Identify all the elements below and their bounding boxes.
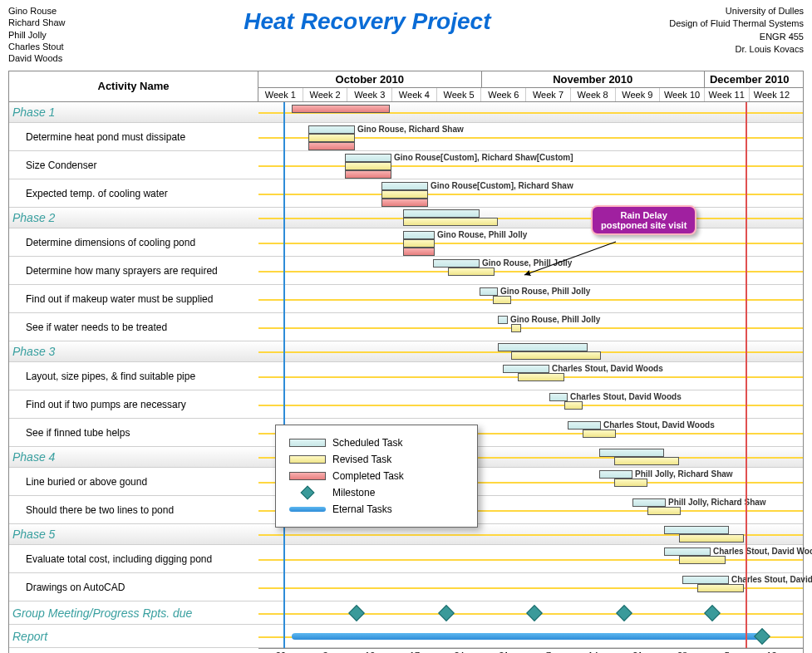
date-footer: 31 <box>481 649 526 653</box>
gantt-bar: Charles Stout, David Woods <box>664 547 711 556</box>
author: Gino Rouse <box>8 5 65 17</box>
date-footer: 24 <box>437 649 482 653</box>
week-header: Week 1 <box>258 88 303 101</box>
task-row: Drawings on AutoCADCharles Stout, David … <box>9 573 803 601</box>
activity-column-header: Activity Name <box>9 71 258 101</box>
author: Phill Jolly <box>8 29 65 41</box>
bar-label: Phill Jolly, Richard Shaw <box>668 498 766 507</box>
bar-label: Charles Stout, David Woods <box>552 364 663 373</box>
course-code: ENGR 455 <box>669 31 804 43</box>
legend-label: Completed Task <box>332 470 404 482</box>
row-label: Find out if two pumps are necessary <box>9 395 258 414</box>
gantt-bar: Charles Stout, David Woods <box>503 365 549 373</box>
date-footer: 14 <box>571 649 616 653</box>
week-header: Week 5 <box>437 88 482 101</box>
header: Gino Rouse Richard Shaw Phill Jolly Char… <box>8 5 804 64</box>
task-row: Expected temp. of cooling waterGino Rous… <box>9 179 803 208</box>
task-row: Size CondenserGino Rouse[Custom], Richar… <box>9 151 803 179</box>
task-row: Determine heat pond must dissipateGino R… <box>9 123 803 151</box>
phase-row: Phase 3 <box>9 341 803 362</box>
course-name: Design of Fluid Thermal Systems <box>669 17 804 30</box>
phase-row: Phase 1 <box>9 102 803 123</box>
author: Charles Stout <box>8 41 65 52</box>
row-label: Phase 4 <box>9 447 258 467</box>
gantt-bar <box>664 526 729 534</box>
date-footer: 7 <box>526 649 571 653</box>
gantt-bar: Charles Stout, David Woods <box>682 576 729 584</box>
task-row: Determine how many sprayers are required… <box>9 257 803 285</box>
task-row: Find out if two pumps are necessaryCharl… <box>9 390 803 419</box>
gantt-bar: Charles Stout, David Woods <box>549 393 568 401</box>
gantt-bar: Phill Jolly, Richard Shaw <box>632 498 666 507</box>
gantt-bar <box>498 343 588 351</box>
bar-label: Gino Rouse, Phill Jolly <box>500 287 590 296</box>
week-header: Week 6 <box>481 88 526 101</box>
bar-label: Gino Rouse[Custom], Richard Shaw <box>431 181 573 190</box>
legend-icon <box>283 472 332 480</box>
month-header: October 2010 <box>258 71 482 87</box>
date-footer: 26 <box>258 649 303 653</box>
gantt-bar: Gino Rouse, Phill Jolly <box>480 287 498 296</box>
legend-icon <box>283 507 332 512</box>
date-footer: 5 <box>705 649 750 653</box>
row-label: Size Condenser <box>9 156 258 174</box>
week-header: Week 11 <box>705 88 750 101</box>
project-title: Heat Recovery Project <box>65 5 669 35</box>
week-header: Week 12 <box>750 88 795 101</box>
task-row: See if water needs to be treatedGino Rou… <box>9 313 803 341</box>
legend-item: Scheduled Task <box>283 437 470 449</box>
institution: University of Dulles <box>669 5 804 17</box>
week-header: Week 3 <box>347 88 392 101</box>
row-label: Report <box>9 626 258 646</box>
row-label: Determine how many sprayers are required <box>9 262 258 280</box>
row-label: See if finned tube helps <box>9 424 258 442</box>
gantt-body: Rain Delay postponed site visit Schedule… <box>9 102 803 648</box>
date-footer: 21 <box>616 649 661 653</box>
task-row: Evaluate total cost, including digging p… <box>9 545 803 573</box>
date-footer: 3 <box>303 649 348 653</box>
gantt-bar: Gino Rouse, Richard Shaw <box>308 125 355 134</box>
date-footer: 12 <box>750 649 795 653</box>
row-label: Phase 1 <box>9 102 258 122</box>
row-label: Drawings on AutoCAD <box>9 578 258 597</box>
week-header: Week 10 <box>660 88 705 101</box>
bar-label: Charles Stout, David Woods <box>713 547 812 556</box>
gantt-bar: Gino Rouse[Custom], Richard Shaw[Custom] <box>345 154 391 162</box>
row-label: Find out if makeup water must be supplie… <box>9 290 258 308</box>
gantt-bar: Gino Rouse, Phill Jolly <box>433 259 480 268</box>
row-label: See if water needs to be treated <box>9 318 258 336</box>
callout-line: postponed site visit <box>601 220 687 230</box>
row-label: Expected temp. of cooling water <box>9 184 258 203</box>
legend-icon <box>283 439 332 447</box>
legend-item: Completed Task <box>283 470 470 482</box>
row-label: Determine dimensions of cooling pond <box>9 233 258 252</box>
bar-label: Gino Rouse[Custom], Richard Shaw[Custom] <box>394 153 573 162</box>
callout-line: Rain Delay <box>601 210 687 220</box>
gantt-bar: Charles Stout, David Woods <box>568 421 601 430</box>
author: David Woods <box>8 52 65 64</box>
gantt-bar: Phill Jolly, Richard Shaw <box>599 470 632 479</box>
row-label: Phase 2 <box>9 208 258 228</box>
bar-label: Charles Stout, David Woods <box>570 392 682 401</box>
legend-item: Eternal Tasks <box>283 503 470 515</box>
gantt-bar: Gino Rouse, Phill Jolly <box>403 231 435 239</box>
gantt-bar: Gino Rouse[Custom], Richard Shaw <box>381 182 428 190</box>
legend: Scheduled TaskRevised TaskCompleted Task… <box>275 425 478 528</box>
week-header: Week 2 <box>303 88 348 101</box>
row-label: Phase 5 <box>9 524 258 544</box>
bar-label: Charles Stout, David Woods <box>731 575 812 584</box>
instructor: Dr. Louis Kovacs <box>669 43 804 56</box>
legend-label: Revised Task <box>332 454 391 465</box>
gantt-bar <box>308 142 355 150</box>
month-header: December 2010 <box>705 71 794 87</box>
legend-item: Milestone <box>283 487 470 498</box>
gantt-bar <box>599 449 664 457</box>
week-header: Week 7 <box>526 88 571 101</box>
row-label: Group Meeting/Progress Rpts. due <box>9 603 258 623</box>
gantt-bar <box>345 170 391 179</box>
row-label: Determine heat pond must dissipate <box>9 128 258 146</box>
row-label: Layout, size pipes, & find suitable pipe <box>9 367 258 385</box>
month-header: November 2010 <box>482 71 706 87</box>
bar-label: Gino Rouse, Richard Shaw <box>357 125 464 134</box>
bar-label: Phill Jolly, Richard Shaw <box>635 469 733 479</box>
